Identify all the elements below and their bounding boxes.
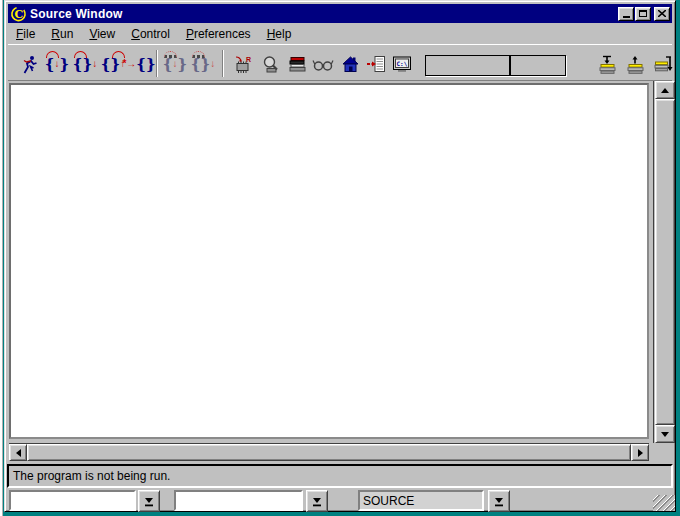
svg-text:R: R (246, 56, 251, 63)
screen: C Source Window File Run View Control Pr… (0, 0, 680, 516)
toolbar-separator (156, 50, 158, 77)
house-icon (341, 55, 360, 73)
scroll-right-button[interactable] (631, 444, 649, 461)
registers-icon: R (233, 55, 253, 74)
step-icon: { ↓ } (45, 54, 69, 74)
run-icon (21, 55, 38, 74)
mode-combo-dropdown-button[interactable] (488, 490, 510, 512)
source-text-area[interactable] (9, 83, 649, 439)
toolbar-separator (222, 50, 224, 77)
address-status-box (510, 55, 566, 76)
dropdown-arrow-icon (311, 495, 323, 507)
stack-books-icon (288, 55, 307, 73)
glasses-icon (312, 56, 334, 73)
mode-combo-input[interactable] (358, 490, 484, 511)
continue-icon: * → { } (122, 54, 155, 74)
vertical-scroll-thumb[interactable] (655, 99, 675, 425)
local-variables-button[interactable] (337, 52, 363, 76)
resize-grip[interactable] (653, 495, 675, 511)
console-button[interactable]: C:\ (389, 52, 415, 76)
adjacent-window-edge (0, 0, 3, 516)
maximize-icon (639, 10, 647, 17)
arrow-up-icon (661, 88, 669, 93)
menu-item-run[interactable]: Run (43, 25, 81, 44)
arrow-down-icon (661, 432, 669, 437)
toolbar: { ↓ } { } ↓ { } ↑ (8, 44, 672, 81)
next-icon: { } ↓ (73, 54, 97, 74)
menu-item-control[interactable]: Control (123, 25, 178, 44)
window-title: Source Window (30, 7, 617, 21)
minimize-button[interactable] (618, 7, 634, 21)
console-icon: C:\ (392, 55, 412, 73)
function-combo-dropdown-button[interactable] (306, 490, 328, 512)
memory-button[interactable] (258, 52, 284, 76)
document-arrow-icon (366, 55, 386, 73)
down-stack-icon (598, 55, 618, 74)
line-status-box (425, 55, 510, 76)
stack-button[interactable] (284, 52, 310, 76)
vertical-scrollbar (653, 81, 675, 443)
close-button[interactable] (654, 7, 670, 21)
step-instruction-button[interactable]: { ↓ } (162, 52, 188, 76)
svg-text:C: C (15, 8, 24, 21)
goto-source-line-button[interactable] (363, 52, 389, 76)
next-instruction-icon: { } ↓ (191, 54, 215, 74)
up-stack-frame-button[interactable] (624, 52, 648, 76)
menubar: File Run View Control Preferences Help (8, 25, 672, 44)
menu-item-file[interactable]: File (8, 25, 43, 44)
step-instruction-icon: { ↓ } (163, 54, 187, 74)
menu-item-preferences[interactable]: Preferences (178, 25, 259, 44)
function-combo-input[interactable] (174, 490, 303, 511)
step-button[interactable]: { ↓ } (44, 52, 70, 76)
next-instruction-button[interactable]: { } ↓ (190, 52, 216, 76)
status-message: The program is not being run. (13, 469, 170, 483)
file-combo-dropdown-button[interactable] (138, 490, 160, 512)
scroll-down-button[interactable] (655, 425, 675, 443)
registers-button[interactable]: R (230, 52, 256, 76)
bottom-stack-frame-button[interactable] (652, 52, 676, 76)
maximize-button[interactable] (635, 7, 651, 21)
continue-button[interactable]: * → { } (126, 52, 152, 76)
svg-text:C:\: C:\ (397, 60, 408, 67)
memory-magnifier-icon (261, 55, 281, 74)
bottom-stack-icon (654, 55, 674, 74)
up-stack-icon (626, 55, 646, 74)
dropdown-arrow-icon (143, 495, 155, 507)
scroll-up-button[interactable] (655, 81, 675, 99)
horizontal-scrollbar (9, 443, 649, 461)
run-button[interactable] (16, 52, 42, 76)
status-message-bar: The program is not being run. (7, 464, 673, 488)
minimize-icon (623, 16, 630, 18)
down-stack-frame-button[interactable] (596, 52, 620, 76)
menu-item-view[interactable]: View (81, 25, 123, 44)
next-button[interactable]: { } ↓ (72, 52, 98, 76)
file-combo-input[interactable] (9, 490, 136, 511)
titlebar[interactable]: C Source Window (8, 4, 672, 23)
arrow-left-icon (16, 449, 21, 457)
scroll-left-button[interactable] (9, 444, 27, 461)
app-window: C Source Window File Run View Control Pr… (4, 0, 676, 512)
close-icon (658, 10, 666, 17)
watch-expressions-button[interactable] (310, 52, 336, 76)
menu-item-help[interactable]: Help (259, 25, 300, 44)
horizontal-scroll-thumb[interactable] (27, 444, 631, 461)
dropdown-arrow-icon (493, 495, 505, 507)
arrow-right-icon (638, 449, 643, 457)
cygnus-logo-icon[interactable]: C (10, 6, 27, 22)
